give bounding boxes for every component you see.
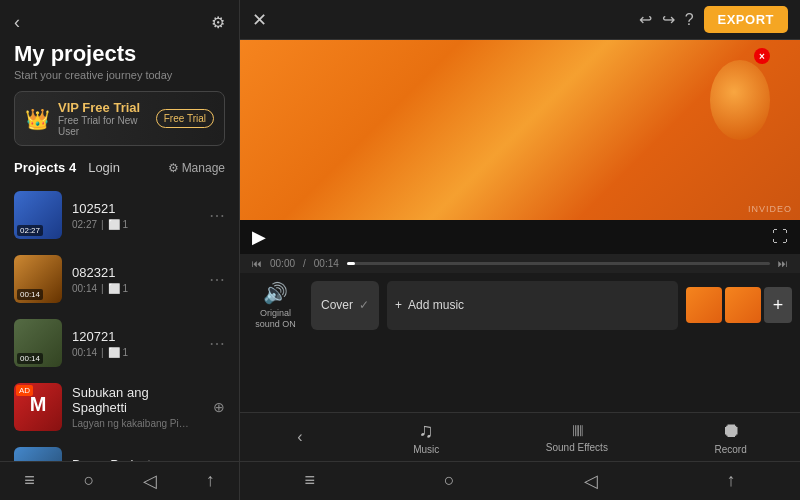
project-name: 102521 [72,201,199,216]
project-info: 120721 00:14 | ⬜ 1 [72,329,199,358]
list-item[interactable]: 00:13 Demo Project 00:13 | ⬜ 8 ⬇ [0,439,239,461]
add-music-button[interactable]: + Add music [387,281,678,330]
more-options-icon[interactable]: ⋯ [209,206,225,225]
clip-thumb[interactable] [686,287,722,323]
more-options-icon[interactable]: ⋯ [209,334,225,353]
video-preview: × INVIDEO [240,40,800,220]
ad-icon: ⊕ [213,399,225,415]
project-clips: ⬜ 1 [108,347,128,358]
list-item[interactable]: 02:27 102521 02:27 | ⬜ 1 ⋯ [0,183,239,247]
clip-strip-row: 🔊 Originalsound ON Cover ✓ + Add music + [240,273,800,338]
projects-count: Projects 4 [14,160,76,175]
time-sep: / [303,258,306,269]
list-item[interactable]: M Subukan ang Spaghetti Lagyan ng kakaib… [0,375,239,439]
project-clips: ⬜ 1 [108,283,128,294]
settings-icon[interactable]: ⚙ [211,13,225,32]
fullscreen-button[interactable]: ⛶ [772,228,788,246]
home-icon-right[interactable]: ○ [444,470,455,492]
audio-controls: 🔊 Originalsound ON Cover ✓ + Add music [248,277,678,334]
bottom-tools: ‹ ♫ Music ⦀⦀ Sound Effects ⏺ Record [240,412,800,461]
project-name: 082321 [72,265,199,280]
record-label: Record [714,444,746,455]
list-item[interactable]: 00:14 120721 00:14 | ⬜ 1 ⋯ [0,311,239,375]
projects-nav: Projects 4 Login ⚙ Manage [0,156,239,183]
menu-icon-right[interactable]: ≡ [304,470,315,492]
chevron-left-button[interactable]: ‹ [293,428,306,446]
original-sound-control[interactable]: 🔊 Originalsound ON [248,281,303,330]
music-icon: ♫ [419,419,434,442]
timeline-track[interactable] [347,262,770,265]
right-header: ✕ ↩ ↪ ? EXPORT [240,0,800,40]
project-thumbnail: 02:27 [14,191,62,239]
total-time: 00:14 [314,258,339,269]
list-item[interactable]: 00:14 082321 00:14 | ⬜ 1 ⋯ [0,247,239,311]
record-tool[interactable]: ⏺ Record [714,419,746,455]
manage-label: Manage [182,161,225,175]
project-thumbnail: 00:14 [14,255,62,303]
page-subtitle: Start your creative journey today [0,69,239,91]
add-music-label: Add music [408,298,464,312]
project-duration: 00:14 [72,347,97,358]
music-label: Music [413,444,439,455]
project-meta: 00:14 | ⬜ 1 [72,283,199,294]
home-icon[interactable]: ○ [83,470,94,492]
page-title: My projects [0,37,239,69]
sound-icon: 🔊 [263,281,288,305]
meta-sep: | [101,219,104,230]
manage-icon: ⚙ [168,161,179,175]
clip-strip: + [686,287,792,323]
profile-icon-right[interactable]: ↑ [727,470,736,492]
project-name: Subukan ang Spaghetti [72,385,203,415]
profile-icon[interactable]: ↑ [206,470,215,492]
watermark-label: INVIDEO [748,204,792,214]
sound-effects-tool[interactable]: ⦀⦀ Sound Effects [546,422,608,453]
vip-subtitle: Free Trial for New User [58,115,148,137]
project-thumbnail: 00:14 [14,319,62,367]
bottom-nav-right: ≡ ○ ◁ ↑ [240,461,800,500]
project-duration: 00:14 [72,283,97,294]
skip-fwd-icon[interactable]: ⏭ [778,258,788,269]
project-thumbnail: 00:13 [14,447,62,461]
vip-title: VIP Free Trial [58,100,148,115]
playback-controls: ▶ ⛶ [240,220,800,254]
menu-icon[interactable]: ≡ [24,470,35,492]
sound-effects-icon: ⦀⦀ [572,422,582,440]
project-duration: 02:27 [72,219,97,230]
project-name: 120721 [72,329,199,344]
timeline-bar: ⏮ 00:00 / 00:14 ⏭ [240,254,800,273]
export-button[interactable]: EXPORT [704,6,788,33]
manage-button[interactable]: ⚙ Manage [168,161,225,175]
pumpkin-detail [710,60,770,140]
vip-banner[interactable]: 👑 VIP Free Trial Free Trial for New User… [14,91,225,146]
back-button[interactable]: ‹ [14,12,20,33]
timeline-progress [347,262,355,265]
play-button[interactable]: ▶ [252,226,266,248]
more-options-icon[interactable]: ⋯ [209,270,225,289]
sound-effects-label: Sound Effects [546,442,608,453]
add-clip-button[interactable]: + [764,287,792,323]
project-clips: ⬜ 1 [108,219,128,230]
help-button[interactable]: ? [685,11,694,29]
login-button[interactable]: Login [88,160,120,175]
back-nav-icon-right[interactable]: ◁ [584,470,598,492]
project-info: 102521 02:27 | ⬜ 1 [72,201,199,230]
cover-label: Cover [321,298,353,312]
undo-button[interactable]: ↩ [639,10,652,29]
redo-button[interactable]: ↪ [662,10,675,29]
record-icon: ⏺ [721,419,741,442]
vip-free-trial-button[interactable]: Free Trial [156,109,214,128]
bottom-nav-left: ≡ ○ ◁ ↑ [0,461,239,500]
left-header: ‹ ⚙ [0,0,239,37]
project-thumbnail: M [14,383,62,431]
cover-button[interactable]: Cover ✓ [311,281,379,330]
add-music-plus-icon: + [395,298,402,312]
skip-back-icon[interactable]: ⏮ [252,258,262,269]
project-meta: 00:14 | ⬜ 1 [72,347,199,358]
video-frame: × INVIDEO [240,40,800,220]
right-panel: ✕ ↩ ↪ ? EXPORT × INVIDEO ▶ ⛶ ⏮ 00:00 / 0… [240,0,800,500]
left-panel: ‹ ⚙ My projects Start your creative jour… [0,0,240,500]
music-tool[interactable]: ♫ Music [413,419,439,455]
close-button[interactable]: ✕ [252,9,267,31]
clip-thumb[interactable] [725,287,761,323]
back-nav-icon[interactable]: ◁ [143,470,157,492]
